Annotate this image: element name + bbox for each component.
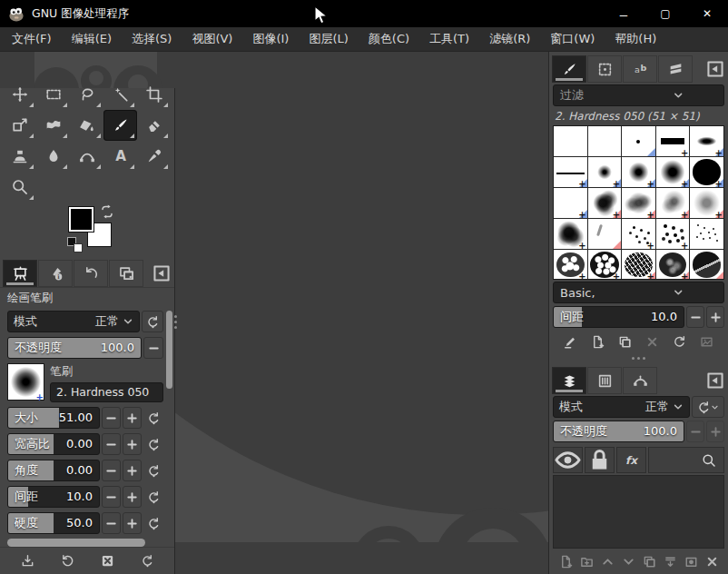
tool-crop[interactable] [137,79,171,110]
add-layer-mask-button[interactable] [682,550,700,572]
reset-mode-button[interactable] [142,311,163,332]
menu-item-3[interactable]: 选择(S) [122,26,182,52]
new-layer-group-button[interactable] [577,550,595,572]
spacing-decrease-button[interactable] [102,486,121,508]
spacing-reset-button[interactable] [143,486,163,508]
opacity-slider[interactable]: 不透明度 100.0 [7,337,142,359]
aspect-ratio-slider[interactable]: 宽高比0.00 [7,433,100,455]
merge-down-button[interactable] [661,550,679,572]
tool-text[interactable]: A [103,141,137,172]
brush-cell-7[interactable]: + [588,157,622,187]
tool-eraser[interactable] [137,110,171,141]
dock-splitter-handle[interactable] [174,315,178,332]
size-increase-button[interactable] [123,407,142,429]
hardness-increase-button[interactable] [123,512,142,534]
brush-cell-9[interactable]: + [656,157,690,187]
brush-preview-thumbnail[interactable] [7,363,44,401]
brush-cell-15[interactable]: + [690,188,723,218]
lower-layer-button[interactable] [619,550,637,572]
brush-cell-14[interactable]: + [656,188,690,218]
restore-tool-options-button[interactable] [55,550,79,572]
brush-cell-1[interactable] [554,126,587,156]
brush-cell-13[interactable]: + [622,188,655,218]
brushes-dock-tab-brushes[interactable] [552,55,586,83]
hardness-slider[interactable]: 硬度50.0 [7,512,100,534]
edit-brush-button[interactable] [558,332,582,353]
new-layer-button[interactable] [556,550,575,572]
tool-color-picker[interactable] [137,141,171,172]
brush-filter-input[interactable]: 过滤 [553,84,724,106]
menu-item-2[interactable]: 编辑(E) [62,26,122,52]
spacing-increase-button[interactable] [706,306,724,328]
spacing-slider[interactable]: 间距10.0 [7,486,100,508]
brushes-dock-tab-fonts[interactable]: ab [623,55,657,83]
size-decrease-button[interactable] [102,407,121,429]
brush-cell-8[interactable]: + [622,157,655,187]
menu-item-6[interactable]: 图层(L) [299,26,358,52]
brush-cell-19[interactable]: + [656,219,690,249]
delete-brush-button[interactable] [641,332,664,353]
visibility-column-button[interactable] [553,447,583,473]
brushes-dock-tab-menu-button[interactable] [705,59,725,79]
tool-options-scrollbar[interactable] [166,311,172,389]
aspect-ratio-decrease-button[interactable] [102,433,121,455]
brush-cell-3[interactable] [622,126,655,156]
tool-paintbrush[interactable] [103,110,137,141]
layers-dock-tab-menu-button[interactable] [705,371,725,391]
refresh-brushes-button[interactable] [668,332,692,353]
left-dock-tab-device-status[interactable]: i [38,260,73,287]
reset-tool-options-button[interactable] [135,550,159,572]
spacing-decrease-button[interactable] [686,306,704,328]
brush-cell-16[interactable]: + [554,219,587,249]
brush-cell-11[interactable]: + [554,188,587,218]
tool-zoom[interactable] [3,172,36,203]
delete-tool-options-button[interactable] [95,550,119,572]
brush-cell-6[interactable]: + [554,157,587,187]
brushes-dock-tab-gradients[interactable] [658,55,693,83]
angle-decrease-button[interactable] [102,460,121,481]
brush-cell-10[interactable]: + [690,157,723,187]
brush-cell-25[interactable] [690,250,723,280]
brushes-dock-tab-patterns[interactable] [587,55,622,83]
open-brush-as-image-button[interactable] [695,332,719,353]
menu-item-8[interactable]: 工具(T) [419,26,479,52]
duplicate-layer-button[interactable] [640,550,658,572]
foreground-color-swatch[interactable] [69,207,93,232]
left-dock-tab-menu-button[interactable] [152,263,172,283]
brush-cell-5[interactable]: + [690,126,723,156]
aspect-ratio-reset-button[interactable] [143,433,163,455]
layer-search-field[interactable] [648,447,724,473]
minimize-button[interactable]: – [603,0,644,27]
menu-item-9[interactable]: 滤镜(R) [479,26,540,52]
tool-paths[interactable] [70,141,103,172]
menu-item-7[interactable]: 颜色(C) [359,26,419,52]
layer-opacity-decrease-button[interactable] [686,421,704,442]
brush-cell-18[interactable]: + [622,219,655,249]
brush-cell-24[interactable]: + [656,250,690,280]
hardness-decrease-button[interactable] [102,512,121,534]
tool-options-hscrollbar[interactable] [7,539,145,547]
hardness-reset-button[interactable] [143,512,163,534]
brush-cell-2[interactable] [588,126,622,156]
brush-cell-12[interactable]: + [588,188,622,218]
dock-resize-handle[interactable] [549,354,728,361]
left-dock-tab-undo-history[interactable] [74,260,108,287]
brush-collection-select[interactable]: Basic, [553,282,724,303]
save-tool-options-button[interactable] [15,550,39,572]
menu-item-4[interactable]: 视图(V) [182,26,242,52]
layers-dock-tab-channels[interactable] [587,367,622,394]
opacity-decrease-button[interactable] [143,337,163,359]
brush-cell-21[interactable]: + [554,250,587,280]
tool-move[interactable] [3,79,36,110]
duplicate-brush-button[interactable] [613,332,636,353]
brush-cell-22[interactable]: + [588,250,622,280]
lock-column-button[interactable] [585,447,615,473]
swap-colors-icon[interactable] [100,204,114,219]
brush-spacing-slider[interactable]: 间距 10.0 [553,306,684,328]
empty-canvas-area[interactable] [175,52,548,574]
angle-increase-button[interactable] [123,460,142,481]
aspect-ratio-increase-button[interactable] [123,433,142,455]
brush-cell-4[interactable]: + [656,126,690,156]
blend-space-reset-button[interactable] [692,396,724,418]
raise-layer-button[interactable] [598,550,616,572]
